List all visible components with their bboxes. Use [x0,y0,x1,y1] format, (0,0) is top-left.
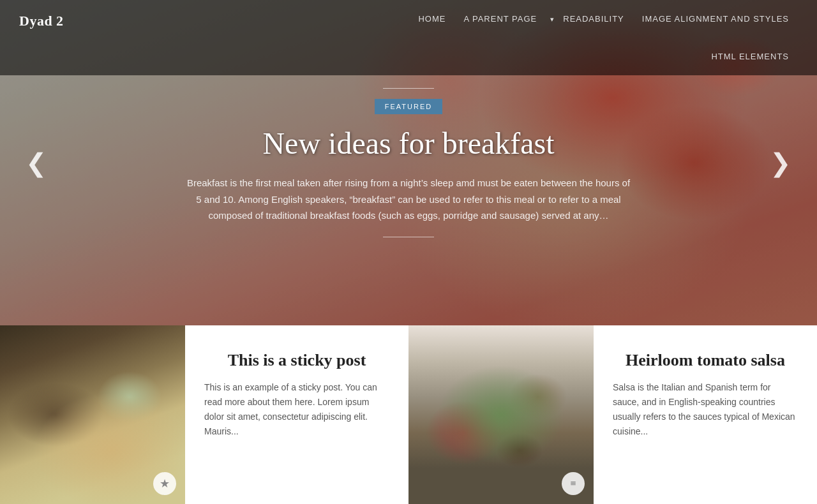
comment-icon: ≡ [562,472,585,495]
sticky-icon: ★ [153,472,176,495]
nav-item-html-elements[interactable]: HTML ELEMENTS [702,38,798,75]
hero-featured-badge: FEATURED [375,99,442,114]
post-4-title: Heirloom tomato salsa [613,351,798,370]
site-logo[interactable]: Dyad 2 [19,0,64,42]
hero-title: New ideas for breakfast [262,127,554,161]
post-grid: ★ This is a sticky post This is an examp… [0,325,817,504]
prev-slide-button[interactable]: ❮ [13,142,60,184]
hero-line-top [383,88,434,89]
hero-description: Breakfast is the first meal taken after … [185,175,632,224]
nav-item-readability[interactable]: READABILITY [554,0,633,38]
nav-item-home[interactable]: HOME [409,0,454,38]
grid-post-2[interactable]: This is a sticky post This is an example… [185,325,408,504]
next-slide-button[interactable]: ❯ [757,142,804,184]
main-nav: Dyad 2 HOME A PARENT PAGE READABILITY IM… [0,0,817,75]
post-4-excerpt: Salsa is the Italian and Spanish term fo… [613,380,798,439]
nav-item-image-alignment[interactable]: IMAGE ALIGNMENT AND STYLES [633,0,798,38]
hero-line-bottom [383,237,434,237]
nav-links: HOME A PARENT PAGE READABILITY IMAGE ALI… [351,0,798,75]
nav-link-image-alignment[interactable]: IMAGE ALIGNMENT AND STYLES [633,0,798,38]
nav-item-parent[interactable]: A PARENT PAGE [454,0,554,38]
grid-post-1[interactable]: ★ [0,325,185,504]
grid-post-4[interactable]: Heirloom tomato salsa Salsa is the Itali… [594,325,817,504]
post-2-excerpt: This is an example of a sticky post. You… [204,380,389,439]
nav-link-parent[interactable]: A PARENT PAGE [454,0,546,38]
post-2-title: This is a sticky post [204,351,389,370]
nav-link-readability[interactable]: READABILITY [554,0,633,38]
nav-link-html-elements[interactable]: HTML ELEMENTS [702,38,798,75]
grid-post-3[interactable]: ≡ [408,325,594,504]
nav-link-home[interactable]: HOME [409,0,454,38]
